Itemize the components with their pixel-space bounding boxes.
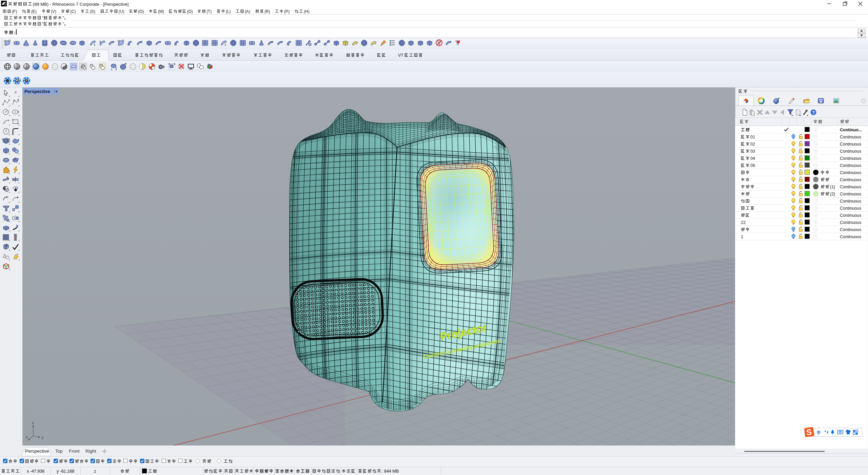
svg-text:Continuous: Continuous (840, 135, 861, 139)
svg-text:Continuous: Continuous (840, 234, 861, 239)
svg-text:2: 2 (99, 40, 101, 43)
svg-text:Perspective: Perspective (25, 449, 49, 454)
svg-text:Top: Top (55, 449, 63, 454)
svg-text:Continuous: Continuous (840, 142, 861, 147)
svg-text:": " (62, 22, 64, 26)
svg-text:(C): (C) (70, 9, 76, 14)
svg-text:Perspective: Perspective (24, 89, 50, 94)
svg-text:(M): (M) (158, 9, 164, 14)
svg-text:Continuous: Continuous (840, 163, 861, 168)
svg-text:?: ? (812, 110, 815, 115)
svg-text:Continuous: Continuous (840, 206, 861, 211)
svg-text:": " (62, 16, 64, 20)
svg-text:1: 1 (224, 43, 226, 46)
svg-text:04: 04 (750, 156, 755, 161)
svg-text:(F): (F) (12, 9, 17, 14)
svg-text:(A): (A) (245, 9, 250, 14)
svg-text:(2): (2) (830, 192, 835, 196)
svg-text:(R): (R) (264, 9, 270, 14)
svg-text:Continuous: Continuous (840, 199, 861, 204)
svg-text:1: 1 (741, 234, 743, 239)
svg-text:(O): (O) (138, 9, 144, 14)
svg-text:(U): (U) (119, 9, 124, 14)
svg-text:02: 02 (750, 142, 755, 147)
svg-text:Front: Front (69, 449, 80, 454)
svg-text:Continuous: Continuous (840, 177, 861, 182)
svg-text:?: ? (820, 100, 822, 103)
svg-text:22: 22 (741, 220, 746, 225)
svg-text:(P): (P) (284, 9, 290, 14)
svg-text:(D): (D) (187, 9, 193, 14)
svg-text:(V): (V) (51, 9, 56, 14)
svg-text::: : (14, 30, 15, 35)
svg-text:y -61.168: y -61.168 (57, 469, 74, 474)
svg-text:Right: Right (85, 449, 96, 454)
svg-text:z: z (94, 469, 96, 474)
svg-text:Continuous: Continuous (840, 192, 861, 196)
svg-text:V7: V7 (398, 53, 403, 58)
svg-text:(1): (1) (830, 185, 835, 189)
svg-text:Continuo...: Continuo... (840, 128, 862, 132)
svg-text:Continuous: Continuous (840, 170, 861, 175)
svg-text:01: 01 (750, 135, 755, 139)
svg-text:03: 03 (750, 149, 755, 154)
svg-text:y: y (42, 435, 44, 439)
svg-text:(S): (S) (90, 9, 95, 14)
svg-text:Continuous: Continuous (840, 185, 861, 189)
svg-text:: 844 MB: : 844 MB (382, 469, 399, 474)
svg-text:x: x (26, 435, 28, 439)
svg-text:Continuous: Continuous (840, 227, 861, 232)
svg-text:05: 05 (750, 163, 755, 168)
svg-text:Continuous: Continuous (840, 156, 861, 161)
svg-text:(E): (E) (31, 9, 37, 14)
svg-text:(L): (L) (226, 9, 231, 14)
svg-text:z: z (32, 421, 34, 425)
svg-text:x -47.936: x -47.936 (27, 469, 44, 474)
svg-text:": " (42, 16, 43, 20)
svg-text:(T): (T) (206, 9, 212, 14)
svg-text:(89 MB) - Rhinoceros 7 Corpora: (89 MB) - Rhinoceros 7 Corporate - [Pers… (33, 2, 129, 7)
svg-text:Continuous: Continuous (840, 149, 861, 154)
svg-text:Continuous: Continuous (840, 213, 861, 218)
svg-text:Continuous: Continuous (840, 220, 861, 225)
svg-text:(H): (H) (304, 9, 310, 14)
svg-text:1: 1 (94, 43, 95, 46)
svg-text:": " (42, 22, 43, 26)
